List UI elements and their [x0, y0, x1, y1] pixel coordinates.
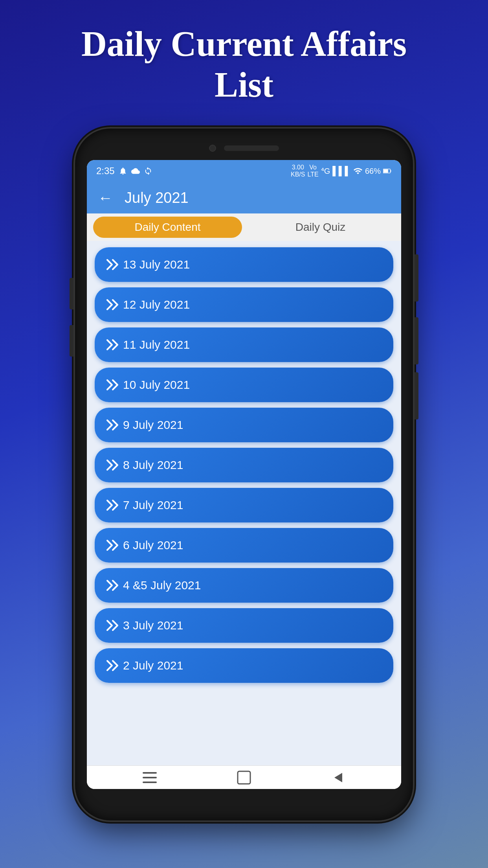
tab-daily-quiz-label: Daily Quiz	[295, 221, 346, 234]
cloud-icon	[131, 167, 140, 175]
item-label: 4 &5 July 2021	[123, 579, 201, 592]
status-time: 2:35	[96, 166, 115, 177]
speaker-bar	[224, 145, 279, 151]
camera-area	[209, 145, 279, 152]
tab-daily-content-label: Daily Content	[134, 221, 200, 234]
battery-percent: 66%	[365, 167, 381, 176]
list-item[interactable]: 2 July 2021	[95, 648, 393, 683]
phone-frame: 2:35 3.00KB/S VoLTE ⁴G ▌▌▌ 66% ← July 20…	[75, 129, 413, 820]
header-title: July 2021	[125, 189, 189, 206]
phone-top	[75, 129, 413, 160]
tab-daily-quiz[interactable]: Daily Quiz	[246, 217, 395, 238]
item-label: 11 July 2021	[123, 338, 190, 351]
notification-icon	[119, 167, 127, 175]
status-left: 2:35	[96, 166, 152, 177]
svg-rect-3	[143, 777, 157, 778]
home-nav-button[interactable]	[236, 770, 252, 785]
tab-bar: Daily Content Daily Quiz	[87, 213, 401, 241]
chevron-double-icon	[104, 337, 123, 353]
item-label: 10 July 2021	[123, 378, 190, 392]
status-bar: 2:35 3.00KB/S VoLTE ⁴G ▌▌▌ 66%	[87, 160, 401, 182]
data-speed: 3.00KB/S	[291, 164, 305, 178]
chevron-double-icon	[104, 297, 123, 313]
chevron-double-icon	[104, 618, 123, 633]
signal-icon: ▌▌▌	[332, 166, 351, 176]
item-label: 2 July 2021	[123, 659, 183, 672]
chevron-double-icon	[104, 658, 123, 673]
chevron-double-icon	[104, 497, 123, 513]
status-icons: 3.00KB/S VoLTE ⁴G ▌▌▌ 66%	[291, 164, 392, 178]
list-item[interactable]: 3 July 2021	[95, 608, 393, 643]
item-label: 6 July 2021	[123, 539, 183, 552]
svg-rect-1	[383, 169, 388, 173]
network-type: ⁴G	[321, 166, 330, 176]
camera-dot	[209, 145, 216, 152]
list-item[interactable]: 12 July 2021	[95, 287, 393, 322]
svg-rect-5	[238, 771, 250, 784]
wifi-icon	[353, 166, 363, 176]
list-item[interactable]: 11 July 2021	[95, 327, 393, 362]
list-item[interactable]: 13 July 2021	[95, 247, 393, 282]
svg-rect-2	[143, 772, 157, 774]
chevron-double-icon	[104, 417, 123, 433]
battery-icon	[383, 168, 392, 174]
list-item[interactable]: 10 July 2021	[95, 368, 393, 402]
menu-nav-button[interactable]	[142, 770, 158, 785]
back-button[interactable]: ←	[98, 189, 113, 206]
list-item[interactable]: 4 &5 July 2021	[95, 568, 393, 603]
content-area: 13 July 2021 12 July 2021	[87, 241, 401, 765]
list-item[interactable]: 7 July 2021	[95, 488, 393, 522]
tab-daily-content[interactable]: Daily Content	[93, 217, 242, 238]
item-label: 13 July 2021	[123, 258, 190, 271]
svg-rect-4	[143, 782, 157, 783]
item-label: 8 July 2021	[123, 458, 183, 472]
page-title: Daily Current AffairsList	[58, 24, 430, 105]
bottom-nav	[87, 765, 401, 789]
list-item[interactable]: 6 July 2021	[95, 528, 393, 563]
list-item[interactable]: 9 July 2021	[95, 408, 393, 442]
vo-lte: VoLTE	[307, 164, 318, 178]
item-label: 9 July 2021	[123, 418, 183, 432]
back-nav-button[interactable]	[330, 770, 346, 785]
item-label: 12 July 2021	[123, 298, 190, 311]
chevron-double-icon	[104, 457, 123, 473]
chevron-double-icon	[104, 257, 123, 272]
list-item[interactable]: 8 July 2021	[95, 448, 393, 482]
item-label: 7 July 2021	[123, 498, 183, 512]
svg-marker-6	[334, 773, 342, 782]
sync-icon	[144, 167, 152, 175]
chevron-double-icon	[104, 577, 123, 593]
chevron-double-icon	[104, 377, 123, 393]
chevron-double-icon	[104, 537, 123, 553]
item-label: 3 July 2021	[123, 619, 183, 632]
phone-screen: 2:35 3.00KB/S VoLTE ⁴G ▌▌▌ 66% ← July 20…	[87, 160, 401, 789]
app-header: ← July 2021	[87, 182, 401, 213]
